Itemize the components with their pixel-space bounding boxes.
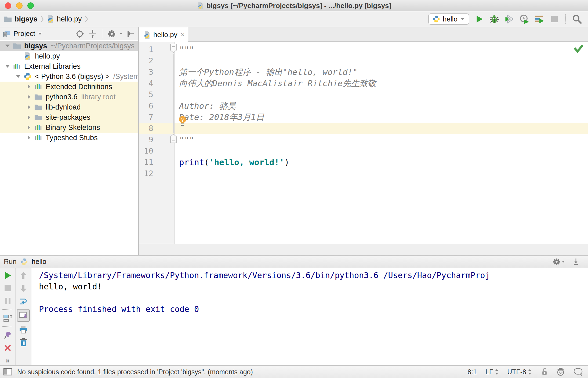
close-icon[interactable]: × [181,31,185,39]
line-separator-widget[interactable]: LF [485,368,499,376]
gear-icon[interactable] [107,29,117,39]
tree-row-binary-skeletons[interactable]: Binary Skeletons [0,122,138,133]
tree-row-python-3-6[interactable]: < Python 3.6 (bigsys) > /System [0,71,138,82]
line-number: 5 [139,89,153,100]
fold-marker-collapse-icon[interactable] [169,133,177,144]
breadcrumb-file[interactable]: hello.py [57,15,82,23]
fold-marker-collapse-icon[interactable] [169,43,177,53]
fold-region-line [173,54,174,133]
search-everywhere-icon[interactable] [572,14,582,24]
editor-tab-bar: hello.py × [139,27,588,42]
status-message: No suspicious code found. 1 files proces… [17,368,253,376]
code-line: Date: 2018年3月1日 [179,111,264,123]
line-number: 12 [139,168,153,179]
python-file-icon [197,2,204,9]
encoding-widget[interactable]: UTF-8 [507,368,532,376]
chevron-down-icon[interactable] [38,32,42,35]
lock-open-icon[interactable] [540,368,548,376]
collapse-arrow-icon[interactable] [13,75,24,78]
caret-position-widget[interactable]: 8:1 [467,368,477,376]
run-tool-window: Run hello [0,255,588,365]
collapse-arrow-icon[interactable] [2,64,13,68]
library-icon [34,134,45,141]
expand-arrow-icon[interactable] [24,115,34,120]
run-tool-window-body: » [0,268,588,366]
line-number: 8 [139,123,153,134]
collapse-all-icon[interactable] [88,29,98,39]
tree-row-typeshed-stubs[interactable]: Typeshed Stubs [0,133,138,143]
print-icon[interactable] [18,325,29,335]
more-actions-button[interactable]: » [2,355,13,366]
code-line: 第一个Python程序 - 输出"hello, world!" [179,66,358,78]
python-file-icon [47,15,54,23]
intention-lightbulb-icon[interactable] [177,115,188,127]
breadcrumb-project[interactable]: bigsys [14,15,38,23]
toolbar-separator [2,326,13,327]
project-tool-window: Project [0,27,139,255]
code-line: """ [179,44,194,55]
expand-arrow-icon[interactable] [24,95,34,99]
profiler-button[interactable] [519,14,529,24]
code-line: Author: 骆昊 [179,100,236,111]
editor-horizontal-scrollbar[interactable] [139,244,588,255]
pause-output-button[interactable] [2,296,13,306]
hector-inspector-icon[interactable] [556,368,565,376]
event-log-bubble-icon[interactable] [574,368,583,376]
run-button[interactable] [474,14,484,24]
run-configuration-name: hello [443,15,458,23]
tree-row-extended-definitions[interactable]: Extended Definitions [0,82,138,92]
hide-panel-icon[interactable] [125,29,136,39]
restore-layout-icon[interactable] [2,313,13,323]
code-line-print: print('hello, world!') [179,157,289,168]
stop-button[interactable] [549,14,560,24]
tree-row-hello-py[interactable]: hello.py [0,51,138,61]
code-editor[interactable]: 1 2 3 4 5 6 7 8 9 10 11 12 """ 第一个Python… [139,42,588,244]
stop-button[interactable] [2,283,13,293]
concurrency-diagram-button[interactable] [534,14,545,24]
hide-window-icon[interactable] [572,258,580,266]
run-configuration-selector[interactable]: hello [428,13,469,25]
tab-hello-py[interactable]: hello.py × [139,27,188,42]
tree-row-lib-dynload[interactable]: lib-dynload [0,102,138,112]
debug-button[interactable] [489,14,499,24]
toggle-toolwindows-icon[interactable] [3,368,12,376]
run-console[interactable]: /System/Library/Frameworks/Python.framew… [32,268,588,366]
library-icon [34,83,45,90]
expand-arrow-icon[interactable] [24,135,34,140]
clear-all-icon[interactable] [18,337,29,348]
tab-label: hello.py [153,31,177,39]
run-with-coverage-button[interactable] [504,14,514,24]
expand-arrow-icon[interactable] [24,125,34,130]
run-window-title: Run [4,257,17,266]
chevron-down-icon [460,17,465,21]
run-tab-hello[interactable]: hello [32,257,46,266]
inspection-status-ok-icon[interactable] [574,44,584,53]
soft-wrap-icon[interactable] [18,296,29,306]
project-tree: bigsys ~/PycharmProjects/bigsys hello.py… [0,40,138,143]
python-icon [433,15,440,23]
tree-row-external-libraries[interactable]: External Libraries [0,61,138,71]
line-number: 6 [139,100,153,111]
scroll-to-end-button[interactable] [17,309,30,322]
window-title: bigsys [~/PycharmProjects/bigsys] - .../… [206,2,391,10]
locate-file-icon[interactable] [75,29,85,39]
library-icon [34,124,45,131]
close-icon[interactable] [2,343,13,353]
pin-tab-icon[interactable] [2,330,13,340]
code-line: """ [179,134,194,145]
chevron-down-icon[interactable] [119,33,123,35]
python-file-icon [143,31,151,39]
expand-arrow-icon[interactable] [24,105,34,110]
down-stack-trace-icon[interactable] [18,283,29,293]
line-number: 3 [139,66,153,78]
gear-icon[interactable] [553,258,565,266]
up-stack-trace-icon[interactable] [18,270,29,281]
tree-row-site-packages[interactable]: site-packages [0,112,138,122]
tree-row-python3-6-root[interactable]: python3.6 library root [0,92,138,102]
collapse-arrow-icon[interactable] [2,44,13,48]
tree-row-bigsys[interactable]: bigsys ~/PycharmProjects/bigsys [0,41,138,51]
project-view-title[interactable]: Project [13,30,35,38]
code-line: 向伟大的Dennis MacAlistair Ritchie先生致敬 [179,78,376,89]
expand-arrow-icon[interactable] [24,84,34,89]
rerun-button[interactable] [2,270,13,281]
